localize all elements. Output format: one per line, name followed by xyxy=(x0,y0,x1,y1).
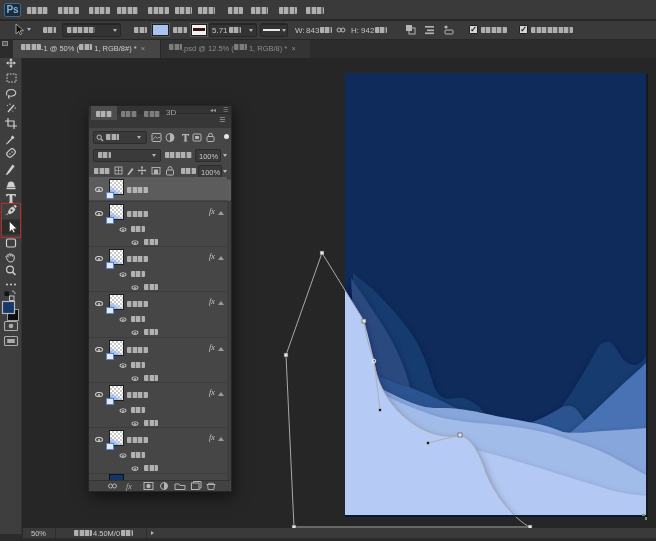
svg-text:fx: fx xyxy=(126,482,132,491)
